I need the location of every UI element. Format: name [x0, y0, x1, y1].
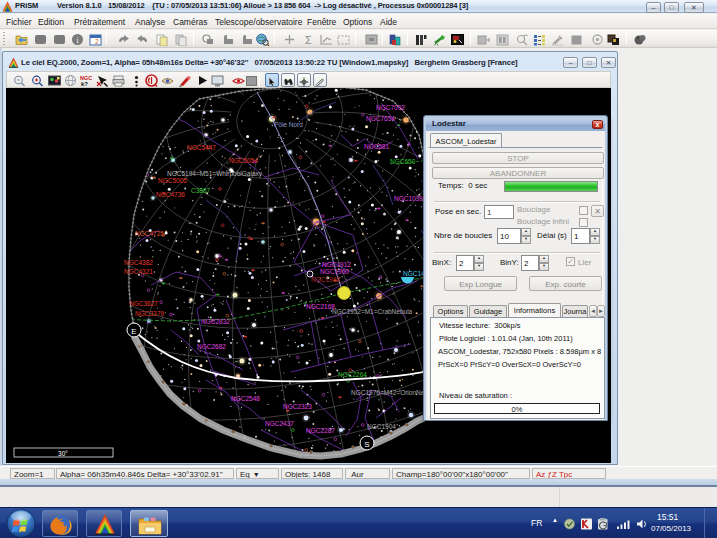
svg-text:2: 2 — [95, 38, 99, 45]
svg-text:Pôle Nord: Pôle Nord — [274, 121, 303, 128]
svg-text:S: S — [364, 440, 369, 449]
svg-text:NGC3379: NGC3379 — [135, 310, 164, 317]
svg-text:NGC4321: NGC4321 — [124, 268, 153, 275]
svg-text:E: E — [131, 327, 136, 336]
svg-text:NGC2168: NGC2168 — [306, 303, 335, 310]
svg-text:NGC2264: NGC2264 — [338, 371, 367, 378]
svg-text:NGC1904: NGC1904 — [367, 423, 396, 430]
svg-text:NGC1912: NGC1912 — [322, 261, 351, 268]
svg-text:NGC7654: NGC7654 — [366, 115, 395, 122]
svg-text:NGC2682: NGC2682 — [197, 343, 226, 350]
svg-text:NGC5054: NGC5054 — [229, 157, 258, 164]
svg-text:NGC1960: NGC1960 — [320, 268, 349, 275]
svg-text:NGC1039: NGC1039 — [394, 195, 423, 202]
svg-text:NGC2323: NGC2323 — [283, 403, 312, 410]
svg-text:NGC4725: NGC4725 — [135, 230, 164, 237]
svg-text:NGC2437: NGC2437 — [265, 420, 294, 427]
svg-text:NGC4382: NGC4382 — [124, 259, 153, 266]
svg-text:NGC7092: NGC7092 — [376, 104, 405, 111]
svg-text:NGC2832: NGC2832 — [201, 318, 230, 325]
svg-text:NGC1952=M1=CrabNebula: NGC1952=M1=CrabNebula — [332, 308, 413, 315]
svg-text:NGC2548: NGC2548 — [231, 395, 260, 402]
svg-text:NGC581: NGC581 — [364, 143, 390, 150]
svg-text:NGC5005: NGC5005 — [158, 177, 187, 184]
svg-text:NGC5447: NGC5447 — [187, 144, 216, 151]
svg-text:k?: k? — [81, 81, 88, 87]
svg-text:NGC650: NGC650 — [390, 158, 416, 165]
svg-text:Σ: Σ — [305, 34, 312, 46]
svg-text:30°: 30° — [58, 450, 68, 457]
svg-text:NGC2287: NGC2287 — [306, 427, 335, 434]
svg-text:C3887: C3887 — [191, 187, 211, 194]
svg-text:NGC3627: NGC3627 — [129, 300, 158, 307]
svg-text:NGC4736: NGC4736 — [156, 191, 185, 198]
svg-text:NGC1988: NGC1988 — [311, 276, 340, 283]
